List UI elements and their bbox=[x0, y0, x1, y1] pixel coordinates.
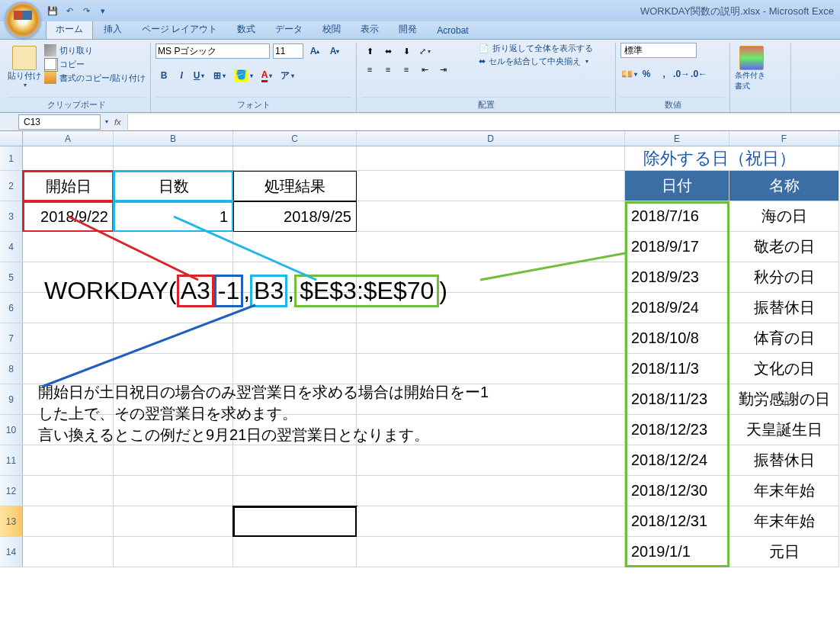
holiday-date[interactable]: 2018/12/24 bbox=[625, 445, 729, 476]
cell[interactable] bbox=[114, 323, 233, 354]
holiday-name[interactable]: 敬老の日 bbox=[729, 232, 839, 262]
italic-button[interactable]: I bbox=[173, 67, 190, 84]
conditional-formatting-button[interactable]: 条件付き書式 bbox=[735, 43, 768, 92]
row-header[interactable]: 4 bbox=[0, 232, 23, 262]
selected-cell[interactable] bbox=[233, 506, 357, 537]
cell[interactable] bbox=[114, 146, 233, 171]
row-header[interactable]: 9 bbox=[0, 384, 23, 415]
holiday-name[interactable]: 振替休日 bbox=[729, 445, 839, 476]
cell[interactable] bbox=[233, 354, 357, 384]
font-color-button[interactable]: A▾ bbox=[255, 67, 278, 84]
tab-developer[interactable]: 開発 bbox=[390, 20, 426, 39]
holiday-name[interactable]: 勤労感謝の日 bbox=[729, 384, 839, 415]
row-header[interactable]: 14 bbox=[0, 537, 23, 567]
col-header-d[interactable]: D bbox=[357, 131, 625, 146]
row-header[interactable]: 12 bbox=[0, 476, 23, 506]
underline-button[interactable]: U▾ bbox=[191, 67, 207, 84]
tab-acrobat[interactable]: Acrobat bbox=[428, 22, 477, 39]
format-painter-button[interactable]: 書式のコピー/貼り付け bbox=[44, 72, 146, 84]
row-header[interactable]: 6 bbox=[0, 293, 23, 323]
col-header-c[interactable]: C bbox=[233, 131, 357, 146]
percent-button[interactable]: % bbox=[638, 66, 655, 82]
holiday-name[interactable]: 年末年始 bbox=[729, 476, 839, 506]
holiday-date[interactable]: 2018/11/3 bbox=[625, 354, 729, 384]
holiday-name[interactable]: 年末年始 bbox=[729, 506, 839, 537]
paste-button[interactable]: 貼り付け ▾ bbox=[8, 43, 41, 88]
holiday-date[interactable]: 2018/9/23 bbox=[625, 262, 729, 293]
office-button[interactable] bbox=[5, 2, 41, 38]
holiday-date[interactable]: 2018/9/24 bbox=[625, 293, 729, 323]
cell[interactable] bbox=[114, 232, 233, 262]
decrease-indent-button[interactable]: ⇤ bbox=[416, 61, 433, 78]
col-header-a[interactable]: A bbox=[23, 131, 114, 146]
font-name-select[interactable] bbox=[155, 43, 270, 59]
holiday-name[interactable]: 秋分の日 bbox=[729, 262, 839, 293]
cell-header-days[interactable]: 日数 bbox=[114, 171, 233, 201]
bold-button[interactable]: B bbox=[155, 67, 172, 84]
cell[interactable] bbox=[357, 146, 625, 171]
cell[interactable] bbox=[114, 354, 233, 384]
cell[interactable] bbox=[357, 323, 625, 354]
align-right-button[interactable]: ≡ bbox=[398, 61, 415, 78]
row-header[interactable]: 2 bbox=[0, 171, 23, 201]
cell[interactable] bbox=[23, 506, 114, 537]
cell[interactable] bbox=[233, 146, 357, 171]
row-header[interactable]: 13 bbox=[0, 506, 23, 537]
shrink-font-button[interactable]: A▾ bbox=[326, 43, 343, 59]
name-box[interactable] bbox=[18, 114, 101, 130]
cell[interactable] bbox=[357, 201, 625, 232]
fill-color-button[interactable]: 🪣▾ bbox=[232, 67, 255, 84]
cut-button[interactable]: 切り取り bbox=[44, 44, 146, 56]
cell[interactable] bbox=[357, 232, 625, 262]
align-middle-button[interactable]: ⬌ bbox=[380, 43, 396, 59]
tab-data[interactable]: データ bbox=[266, 20, 312, 39]
cell[interactable] bbox=[233, 445, 357, 476]
cell[interactable] bbox=[357, 537, 625, 567]
holiday-date[interactable]: 2018/9/17 bbox=[625, 232, 729, 262]
row-header[interactable]: 8 bbox=[0, 354, 23, 384]
cell[interactable] bbox=[23, 232, 114, 262]
cell[interactable] bbox=[23, 323, 114, 354]
holidays-header-name[interactable]: 名称 bbox=[729, 171, 839, 201]
holiday-name[interactable]: 振替休日 bbox=[729, 293, 839, 323]
copy-button[interactable]: コピー bbox=[44, 58, 146, 70]
phonetic-button[interactable]: ア▾ bbox=[279, 67, 296, 84]
cell[interactable] bbox=[114, 445, 233, 476]
cell[interactable] bbox=[23, 445, 114, 476]
cell-result-value[interactable]: 2018/9/25 bbox=[233, 201, 357, 232]
holiday-date[interactable]: 2018/12/31 bbox=[625, 506, 729, 537]
border-button[interactable]: ⊞▾ bbox=[208, 67, 231, 84]
name-box-dropdown-icon[interactable]: ▾ bbox=[105, 118, 108, 125]
align-bottom-button[interactable]: ⬇ bbox=[398, 43, 415, 59]
select-all-corner[interactable] bbox=[0, 131, 23, 146]
holiday-date[interactable]: 2018/7/16 bbox=[625, 201, 729, 232]
holiday-date[interactable]: 2018/10/8 bbox=[625, 323, 729, 354]
holiday-date[interactable]: 2019/1/1 bbox=[625, 537, 729, 567]
col-header-b[interactable]: B bbox=[114, 131, 233, 146]
cell-days-value[interactable]: 1 bbox=[114, 201, 233, 232]
col-header-f[interactable]: F bbox=[729, 131, 839, 146]
holiday-name[interactable]: 体育の日 bbox=[729, 323, 839, 354]
holiday-date[interactable]: 2018/12/30 bbox=[625, 476, 729, 506]
fx-icon[interactable]: fx bbox=[114, 117, 121, 127]
cell[interactable] bbox=[23, 476, 114, 506]
cell[interactable] bbox=[357, 171, 625, 201]
cell[interactable] bbox=[233, 323, 357, 354]
align-top-button[interactable]: ⬆ bbox=[361, 43, 378, 59]
font-size-select[interactable] bbox=[273, 43, 303, 59]
cell[interactable] bbox=[23, 537, 114, 567]
tab-view[interactable]: 表示 bbox=[351, 20, 388, 39]
cell[interactable] bbox=[233, 232, 357, 262]
cell[interactable] bbox=[357, 506, 625, 537]
holiday-name[interactable]: 元日 bbox=[729, 537, 839, 567]
cell[interactable] bbox=[357, 476, 625, 506]
tab-pagelayout[interactable]: ページ レイアウト bbox=[133, 20, 226, 39]
row-header[interactable]: 5 bbox=[0, 262, 23, 293]
holiday-date[interactable]: 2018/12/23 bbox=[625, 415, 729, 445]
row-header[interactable]: 3 bbox=[0, 201, 23, 232]
undo-icon[interactable]: ↶ bbox=[63, 4, 76, 18]
tab-home[interactable]: ホーム bbox=[46, 19, 93, 39]
merge-center-button[interactable]: ⬌セルを結合して中央揃え▾ bbox=[479, 56, 593, 67]
cell[interactable] bbox=[233, 476, 357, 506]
tab-review[interactable]: 校閲 bbox=[313, 20, 350, 39]
